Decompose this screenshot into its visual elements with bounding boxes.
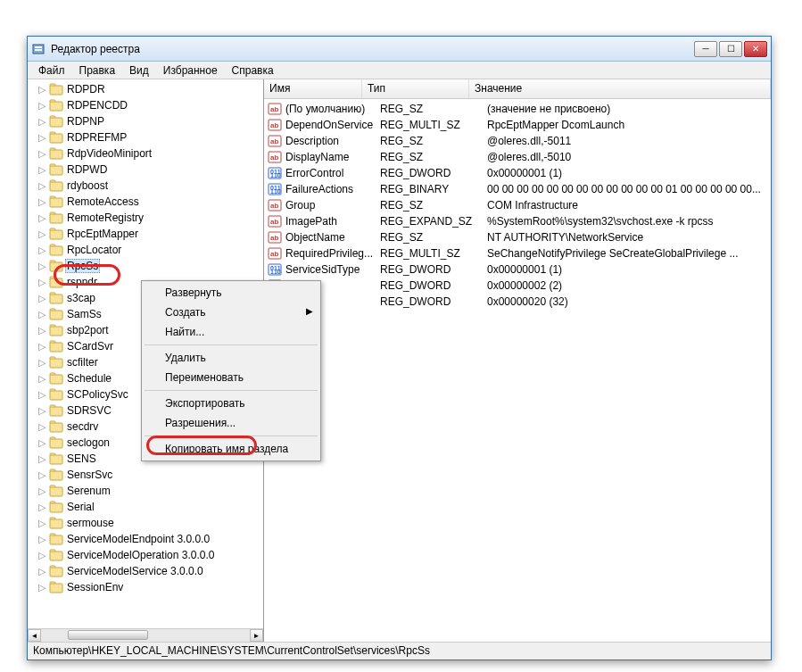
value-row[interactable]: 011110ErrorControlREG_DWORD0x00000001 (1… [264,165,771,181]
context-menu-item[interactable]: Переименовать [144,368,318,387]
expander-icon[interactable]: ▷ [37,437,47,449]
expander-icon[interactable]: ▷ [37,469,47,481]
value-row[interactable]: abGroupREG_SZCOM Infrastructure [264,197,771,213]
expander-icon[interactable]: ▷ [37,293,47,304]
expander-icon[interactable]: ▷ [37,421,47,433]
value-row[interactable]: abDescriptionREG_SZ@oleres.dll,-5011 [264,133,771,149]
value-row[interactable]: abRequiredPrivileg...REG_MULTI_SZSeChang… [264,245,771,261]
tree-item[interactable]: ▷RDPWD [37,162,263,178]
tree-item[interactable]: ▷RDPENCDD [37,97,263,113]
values-list[interactable]: ab(По умолчанию)REG_SZ(значение не присв… [264,99,771,311]
menu-file[interactable]: Файл [31,62,72,79]
tree-item[interactable]: ▷SessionEnv [37,579,263,595]
tree-item[interactable]: ▷RpcEptMapper [37,226,263,242]
expander-icon[interactable]: ▷ [37,164,47,176]
column-value[interactable]: Значение [469,79,771,98]
svg-rect-46 [50,423,62,432]
menu-edit[interactable]: Правка [72,62,123,79]
tree-item[interactable]: ▷ServiceModelOperation 3.0.0.0 [37,547,263,563]
context-menu-item[interactable]: Экспортировать [144,394,318,413]
tree-item-label: ServiceModelEndpoint 3.0.0.0 [65,533,210,545]
expander-icon[interactable]: ▷ [37,261,47,272]
expander-icon[interactable]: ▷ [37,196,47,208]
tree-item[interactable]: ▷ServiceModelService 3.0.0.0 [37,563,263,579]
context-menu-item[interactable]: Создать▶ [144,303,318,322]
expander-icon[interactable]: ▷ [37,453,47,465]
tree-item[interactable]: ▷RDPDR [37,81,263,97]
svg-rect-22 [50,230,62,239]
expander-icon[interactable]: ▷ [37,518,47,529]
close-button[interactable]: ✕ [744,41,767,57]
expander-icon[interactable]: ▷ [37,148,47,160]
context-menu-item[interactable]: Разрешения... [144,413,318,433]
value-name: RequiredPrivileg... [285,247,380,260]
minimize-button[interactable]: ─ [694,41,717,57]
value-row[interactable]: 011110REG_DWORD0x00000020 (32) [264,294,771,310]
value-row[interactable]: abImagePathREG_EXPAND_SZ%SystemRoot%\sys… [264,213,771,229]
tree-item[interactable]: ▷RDPNP [37,113,263,129]
value-row[interactable]: 011110REG_DWORD0x00000002 (2) [264,278,771,294]
expander-icon[interactable]: ▷ [37,550,47,561]
tree-item[interactable]: ▷RemoteRegistry [37,210,263,226]
tree-item[interactable]: ▷RdpVideoMiniport [37,145,263,162]
horizontal-scrollbar[interactable]: ◄ ► [28,628,263,642]
value-row[interactable]: 011110ServiceSidTypeREG_DWORD0x00000001 … [264,261,771,278]
tree-item[interactable]: ▷ServiceModelEndpoint 3.0.0.0 [37,531,263,547]
expander-icon[interactable]: ▷ [37,180,47,192]
tree-item[interactable]: ▷rdyboost [37,178,263,194]
tree-item[interactable]: ▷RemoteAccess [37,194,263,210]
expander-icon[interactable]: ▷ [37,566,47,577]
folder-icon [49,404,63,417]
scroll-right-button[interactable]: ► [250,629,263,642]
scroll-left-button[interactable]: ◄ [28,629,41,642]
scroll-track[interactable] [41,629,250,642]
menu-view[interactable]: Вид [122,62,156,79]
expander-icon[interactable]: ▷ [37,485,47,497]
value-row[interactable]: 011110FailureActionsREG_BINARY00 00 00 0… [264,181,771,197]
expander-icon[interactable]: ▷ [37,245,47,256]
tree-item[interactable]: ▷sermouse [37,515,263,531]
tree-item[interactable]: ▷Serenum [37,483,263,499]
tree-item-label: SENS [65,452,96,465]
expander-icon[interactable]: ▷ [37,116,47,128]
tree-item[interactable]: ▷RpcLocator [37,242,263,258]
context-menu-item[interactable]: Копировать имя раздела [144,439,318,459]
expander-icon[interactable]: ▷ [37,373,47,385]
expander-icon[interactable]: ▷ [37,582,47,593]
maximize-button[interactable]: ☐ [719,41,742,57]
column-type[interactable]: Тип [362,79,469,98]
value-row[interactable]: abDisplayNameREG_SZ@oleres.dll,-5010 [264,149,771,165]
expander-icon[interactable]: ▷ [37,84,47,95]
expander-icon[interactable]: ▷ [37,534,47,545]
tree-item[interactable]: ▷Serial [37,499,263,515]
expander-icon[interactable]: ▷ [37,405,47,417]
expander-icon[interactable]: ▷ [37,389,47,401]
expander-icon[interactable]: ▷ [37,212,47,224]
context-menu-item[interactable]: Найти... [144,322,318,342]
menu-help[interactable]: Справка [225,62,281,79]
menu-favorites[interactable]: Избранное [156,62,225,79]
context-menu[interactable]: РазвернутьСоздать▶Найти...УдалитьПереиме… [141,280,321,461]
expander-icon[interactable]: ▷ [37,277,47,288]
expander-icon[interactable]: ▷ [37,502,47,513]
tree-item[interactable]: ▷RDPREFMP [37,129,263,145]
expander-icon[interactable]: ▷ [37,309,47,320]
expander-icon[interactable]: ▷ [37,341,47,353]
expander-icon[interactable]: ▷ [37,100,47,112]
expander-icon[interactable]: ▷ [37,325,47,336]
value-row[interactable]: ab(По умолчанию)REG_SZ(значение не присв… [264,101,771,117]
context-menu-item[interactable]: Развернуть [144,283,318,303]
expander-icon[interactable]: ▷ [37,228,47,240]
expander-icon[interactable]: ▷ [37,132,47,144]
column-name[interactable]: Имя [264,79,362,98]
titlebar[interactable]: Редактор реестра ─ ☐ ✕ [28,37,771,62]
context-menu-item[interactable]: Удалить [144,348,318,368]
list-header[interactable]: Имя Тип Значение [264,79,771,99]
tree-item[interactable]: ▷SensrSvc [37,467,263,483]
value-row[interactable]: abObjectNameREG_SZNT AUTHORITY\NetworkSe… [264,229,771,245]
scroll-thumb[interactable] [68,630,148,640]
tree-item-label: SDRSVC [65,404,112,417]
expander-icon[interactable]: ▷ [37,357,47,369]
tree-item[interactable]: ▷RpcSs [37,258,263,274]
value-row[interactable]: abDependOnServiceREG_MULTI_SZRpcEptMappe… [264,117,771,133]
